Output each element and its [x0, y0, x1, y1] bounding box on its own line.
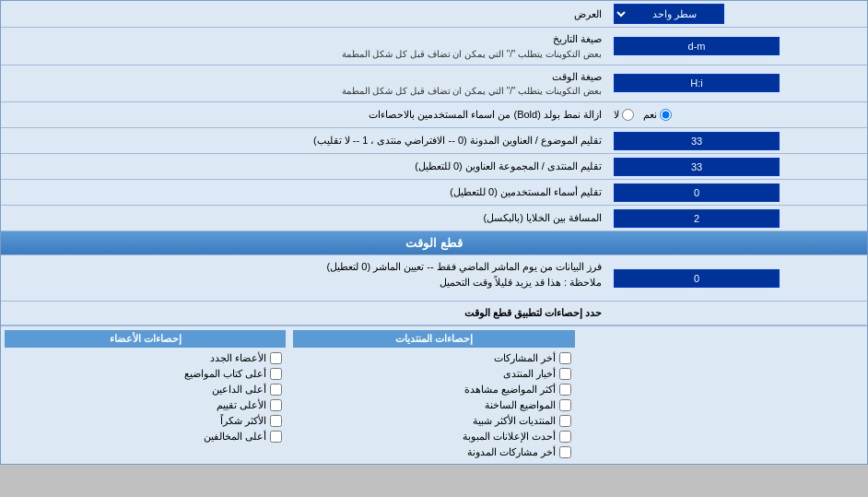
- bold-radio-group: نعم لا: [614, 109, 672, 121]
- members-check-0[interactable]: [270, 352, 282, 364]
- members-check-1[interactable]: [270, 368, 282, 380]
- time-format-input-cell: [609, 71, 867, 95]
- forum-order-row: تقليم المنتدى / المجموعة العناوين (0 للت…: [1, 154, 867, 180]
- topics-order-input[interactable]: [614, 132, 780, 150]
- posts-check-2[interactable]: [559, 384, 571, 396]
- posts-col-header: إحصاءات المنتديات: [293, 330, 574, 348]
- usernames-trim-label: تقليم أسماء المستخدمين (0 للتعطيل): [1, 181, 609, 204]
- time-format-input[interactable]: [614, 74, 780, 92]
- forum-order-input-cell: [609, 155, 867, 179]
- time-cut-label: فرز البيانات من يوم الماشر الماضي فقط --…: [1, 255, 609, 301]
- posts-stat-3: المواضيع الساخنة: [293, 397, 574, 413]
- members-col-header: إحصاءات الأعضاء: [5, 330, 286, 348]
- bold-remove-row: ازالة نمط بولد (Bold) من اسماء المستخدمي…: [1, 102, 867, 128]
- bold-no-radio[interactable]: [622, 109, 634, 121]
- stats-limit-row: حدد إحصاءات لتطبيق قطع الوقت: [1, 302, 867, 325]
- usernames-trim-input[interactable]: [614, 183, 780, 202]
- members-stat-1: أعلى كتاب المواضيع: [5, 366, 286, 382]
- usernames-trim-row: تقليم أسماء المستخدمين (0 للتعطيل): [1, 180, 867, 206]
- date-format-label: صيغة التاريخ بعض التكوينات يتطلب "/" الت…: [1, 28, 609, 65]
- usernames-trim-input-cell: [609, 181, 867, 205]
- members-check-2[interactable]: [270, 384, 282, 396]
- posts-stat-4: المنتديات الأكثر شبية: [293, 413, 574, 429]
- time-cut-section-header: قطع الوقت: [1, 231, 867, 255]
- topics-order-input-cell: [609, 129, 867, 153]
- display-select[interactable]: سطر واحد: [614, 4, 724, 24]
- stats-limit-cell: [609, 310, 867, 315]
- topics-order-row: تقليم الموضوع / العناوين المدونة (0 -- ا…: [1, 128, 867, 154]
- dropdown-cell: سطر واحد: [609, 1, 867, 27]
- members-stat-2: أعلى الداعين: [5, 382, 286, 397]
- bold-yes-label: نعم: [643, 109, 672, 121]
- time-format-label: صيغة الوقت بعض التكوينات يتطلب "/" التي …: [1, 65, 609, 102]
- posts-check-3[interactable]: [559, 399, 571, 411]
- posts-check-4[interactable]: [559, 415, 571, 427]
- topics-order-label: تقليم الموضوع / العناوين المدونة (0 -- ا…: [1, 129, 609, 152]
- section-header-row: العرض سطر واحد: [1, 1, 867, 28]
- main-container: العرض سطر واحد صيغة التاريخ بعض التكوينا…: [0, 0, 868, 465]
- members-stat-5: أعلى المخالفين: [5, 429, 286, 444]
- members-stats-col: إحصاءات الأعضاء الأعضاء الجدد أعلى كتاب …: [1, 326, 289, 464]
- date-format-row: صيغة التاريخ بعض التكوينات يتطلب "/" الت…: [1, 28, 867, 65]
- date-format-input[interactable]: [614, 37, 780, 55]
- posts-check-5[interactable]: [559, 431, 571, 443]
- members-check-4[interactable]: [270, 415, 282, 427]
- posts-check-6[interactable]: [559, 446, 571, 458]
- members-check-3[interactable]: [270, 399, 282, 411]
- posts-stat-1: أخبار المنتدى: [293, 366, 574, 382]
- forum-order-input[interactable]: [614, 158, 780, 176]
- cell-spacing-row: المسافة بين الخلايا (بالبكسل): [1, 206, 867, 231]
- bold-remove-label: ازالة نمط بولد (Bold) من اسماء المستخدمي…: [1, 103, 609, 126]
- time-cut-input[interactable]: [614, 269, 780, 288]
- posts-stats-col: إحصاءات المنتديات أخر المشاركات أخبار ال…: [289, 326, 578, 464]
- bold-no-label: لا: [614, 109, 634, 121]
- posts-stat-2: أكثر المواضيع مشاهدة: [293, 382, 574, 397]
- members-check-5[interactable]: [270, 431, 282, 443]
- members-stat-4: الأكثر شكراً: [5, 413, 286, 429]
- date-format-input-cell: [609, 34, 867, 58]
- cell-spacing-input[interactable]: [614, 209, 780, 228]
- posts-stat-0: أخر المشاركات: [293, 350, 574, 366]
- stats-limit-label: حدد إحصاءات لتطبيق قطع الوقت: [1, 302, 609, 325]
- posts-check-1[interactable]: [559, 368, 571, 380]
- posts-check-0[interactable]: [559, 352, 571, 364]
- time-cut-row: فرز البيانات من يوم الماشر الماضي فقط --…: [1, 255, 867, 302]
- posts-stat-6: أخر مشاركات المدونة: [293, 444, 574, 460]
- time-format-row: صيغة الوقت بعض التكوينات يتطلب "/" التي …: [1, 65, 867, 103]
- bold-remove-radio-cell: نعم لا: [609, 106, 867, 124]
- stats-section: إحصاءات الأعضاء الأعضاء الجدد أعلى كتاب …: [1, 325, 867, 464]
- bold-yes-radio[interactable]: [660, 109, 672, 121]
- empty-stats-col: [579, 326, 867, 464]
- cell-spacing-input-cell: [609, 207, 867, 231]
- section-label: العرض: [1, 3, 609, 26]
- forum-order-label: تقليم المنتدى / المجموعة العناوين (0 للت…: [1, 155, 609, 178]
- posts-stat-5: أحدث الإعلانات المبوبة: [293, 429, 574, 444]
- members-stat-3: الأعلى تقييم: [5, 397, 286, 413]
- members-stat-0: الأعضاء الجدد: [5, 350, 286, 366]
- cell-spacing-label: المسافة بين الخلايا (بالبكسل): [1, 207, 609, 230]
- time-cut-input-cell: [609, 255, 867, 301]
